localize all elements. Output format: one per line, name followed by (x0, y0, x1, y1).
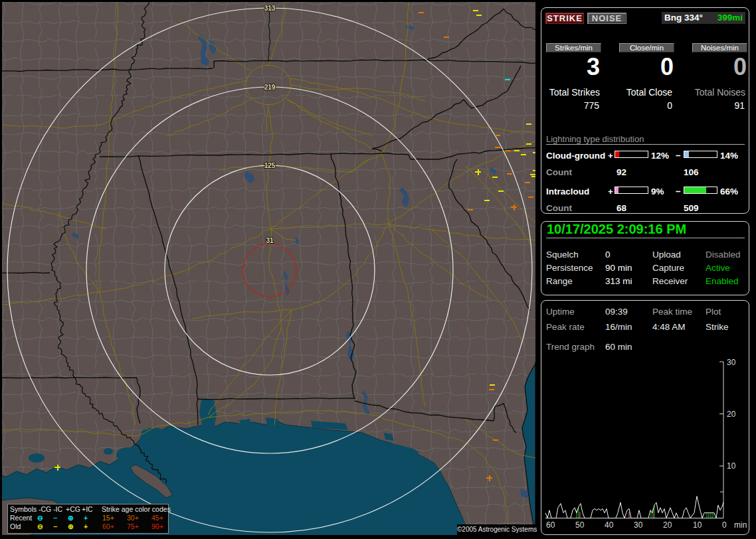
svg-text:20: 20 (663, 520, 672, 530)
svg-text:30: 30 (727, 358, 736, 367)
svg-text:20: 20 (727, 410, 736, 419)
svg-text:31: 31 (266, 237, 274, 244)
svg-text:219: 219 (264, 84, 276, 91)
svg-text:min: min (734, 520, 747, 530)
svg-text:10: 10 (693, 520, 702, 530)
svg-text:50: 50 (575, 520, 585, 530)
svg-text:10: 10 (727, 461, 736, 471)
svg-text:30: 30 (634, 520, 643, 530)
svg-text:313: 313 (264, 5, 276, 12)
svg-text:40: 40 (605, 520, 614, 530)
svg-text:60: 60 (546, 520, 555, 530)
svg-text:125: 125 (264, 162, 276, 169)
svg-text:0: 0 (722, 520, 727, 530)
